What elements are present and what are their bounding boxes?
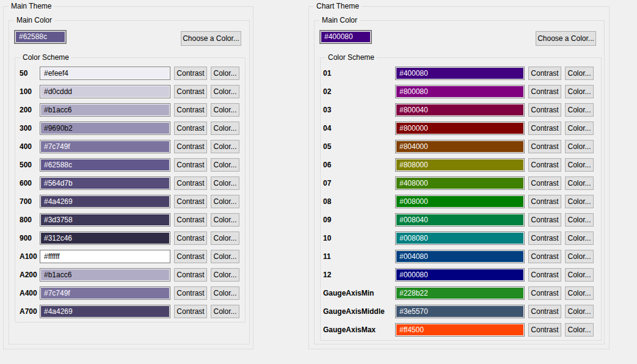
contrast-button[interactable]: Contrast bbox=[174, 195, 207, 208]
scheme-color-field[interactable]: #400080 bbox=[395, 67, 525, 80]
contrast-button[interactable]: Contrast bbox=[528, 158, 561, 172]
contrast-button[interactable]: Contrast bbox=[174, 103, 207, 117]
color-button[interactable]: Color... bbox=[565, 268, 594, 282]
color-button[interactable]: Color... bbox=[211, 286, 239, 300]
contrast-button[interactable]: Contrast bbox=[528, 67, 561, 80]
scheme-row: GaugeAxisMax #ff4500 Contrast Color... bbox=[323, 323, 601, 337]
contrast-button[interactable]: Contrast bbox=[528, 231, 561, 245]
contrast-button[interactable]: Contrast bbox=[174, 177, 207, 190]
contrast-button[interactable]: Contrast bbox=[174, 158, 207, 172]
scheme-color-field[interactable]: #004080 bbox=[395, 250, 525, 263]
color-button[interactable]: Color... bbox=[565, 231, 594, 245]
scheme-color-field[interactable]: #408000 bbox=[395, 177, 525, 190]
scheme-color-field[interactable]: #62588c bbox=[40, 158, 170, 172]
scheme-color-field[interactable]: #ff4500 bbox=[395, 323, 525, 337]
scheme-color-field[interactable]: #7c749f bbox=[40, 286, 170, 300]
color-button[interactable]: Color... bbox=[211, 103, 239, 117]
contrast-button[interactable]: Contrast bbox=[174, 67, 207, 80]
contrast-button[interactable]: Contrast bbox=[528, 286, 561, 300]
color-button[interactable]: Color... bbox=[211, 67, 239, 80]
color-button[interactable]: Color... bbox=[565, 323, 594, 337]
scheme-color-field[interactable]: #800040 bbox=[395, 103, 525, 117]
color-button[interactable]: Color... bbox=[565, 67, 594, 80]
scheme-color-field[interactable]: #800000 bbox=[395, 122, 525, 135]
scheme-color-field[interactable]: #008080 bbox=[395, 231, 525, 245]
contrast-button[interactable]: Contrast bbox=[528, 140, 561, 153]
contrast-button[interactable]: Contrast bbox=[174, 250, 207, 263]
scheme-color-field[interactable]: #008000 bbox=[395, 195, 525, 208]
scheme-color-field[interactable]: #800080 bbox=[395, 85, 525, 98]
contrast-button[interactable]: Contrast bbox=[528, 213, 561, 227]
scheme-color-field[interactable]: #000080 bbox=[395, 268, 525, 282]
contrast-button[interactable]: Contrast bbox=[174, 140, 207, 153]
contrast-button[interactable]: Contrast bbox=[528, 195, 561, 208]
scheme-row: 300 #9690b2 Contrast Color... bbox=[20, 122, 245, 135]
scheme-row: GaugeAxisMin #228b22 Contrast Color... bbox=[323, 286, 601, 300]
scheme-color-field[interactable]: #3e5570 bbox=[395, 305, 525, 318]
scheme-color-field[interactable]: #564d7b bbox=[40, 177, 170, 190]
scheme-row: 700 #4a4269 Contrast Color... bbox=[20, 195, 245, 208]
color-button[interactable]: Color... bbox=[565, 85, 594, 98]
contrast-button[interactable]: Contrast bbox=[528, 250, 561, 263]
scheme-color-field[interactable]: #228b22 bbox=[395, 286, 525, 300]
contrast-button[interactable]: Contrast bbox=[174, 305, 207, 318]
scheme-row-label: A200 bbox=[20, 268, 40, 282]
color-button[interactable]: Color... bbox=[565, 122, 594, 135]
choose-color-button[interactable]: Choose a Color... bbox=[536, 31, 596, 46]
contrast-button[interactable]: Contrast bbox=[174, 268, 207, 282]
color-button[interactable]: Color... bbox=[211, 158, 239, 172]
contrast-button[interactable]: Contrast bbox=[528, 85, 561, 98]
color-button[interactable]: Color... bbox=[211, 268, 239, 282]
color-button[interactable]: Color... bbox=[211, 213, 239, 227]
contrast-button[interactable]: Contrast bbox=[174, 213, 207, 227]
scheme-row: A100 #ffffff Contrast Color... bbox=[20, 250, 245, 263]
color-button[interactable]: Color... bbox=[565, 177, 594, 190]
color-button[interactable]: Color... bbox=[565, 195, 594, 208]
color-button[interactable]: Color... bbox=[211, 195, 239, 208]
color-button[interactable]: Color... bbox=[211, 250, 239, 263]
color-button[interactable]: Color... bbox=[565, 213, 594, 227]
scheme-color-field[interactable]: #3d3758 bbox=[40, 213, 170, 227]
scheme-row: 11 #004080 Contrast Color... bbox=[323, 250, 601, 263]
contrast-button[interactable]: Contrast bbox=[528, 103, 561, 117]
contrast-button[interactable]: Contrast bbox=[528, 122, 561, 135]
scheme-color-field[interactable]: #ffffff bbox=[40, 250, 170, 263]
scheme-color-field[interactable]: #008040 bbox=[395, 213, 525, 227]
color-button[interactable]: Color... bbox=[211, 140, 239, 153]
scheme-row: A200 #b1acc6 Contrast Color... bbox=[20, 268, 245, 282]
contrast-button[interactable]: Contrast bbox=[174, 85, 207, 98]
color-button[interactable]: Color... bbox=[211, 305, 239, 318]
scheme-color-field[interactable]: #b1acc6 bbox=[40, 268, 170, 282]
scheme-color-field[interactable]: #b1acc6 bbox=[40, 103, 170, 117]
color-button[interactable]: Color... bbox=[565, 250, 594, 263]
contrast-button[interactable]: Contrast bbox=[528, 268, 561, 282]
color-button[interactable]: Color... bbox=[565, 305, 594, 318]
contrast-button[interactable]: Contrast bbox=[528, 177, 561, 190]
scheme-color-field[interactable]: #4a4269 bbox=[40, 195, 170, 208]
scheme-color-field[interactable]: #efeef4 bbox=[40, 67, 170, 80]
color-button[interactable]: Color... bbox=[565, 158, 594, 172]
contrast-button[interactable]: Contrast bbox=[528, 305, 561, 318]
scheme-color-field[interactable]: #7c749f bbox=[40, 140, 170, 153]
color-button[interactable]: Color... bbox=[565, 286, 594, 300]
scheme-color-field[interactable]: #808000 bbox=[395, 158, 525, 172]
scheme-color-field[interactable]: #d0cddd bbox=[40, 85, 170, 98]
scheme-color-field[interactable]: #312c46 bbox=[40, 231, 170, 245]
group-title: Chart Theme bbox=[314, 1, 362, 11]
theme-editor-screen: Main Theme Main Color #62588c Choose a C… bbox=[0, 0, 637, 364]
choose-color-button[interactable]: Choose a Color... bbox=[181, 31, 241, 46]
contrast-button[interactable]: Contrast bbox=[174, 231, 207, 245]
scheme-color-field[interactable]: #4a4269 bbox=[40, 305, 170, 318]
contrast-button[interactable]: Contrast bbox=[174, 286, 207, 300]
contrast-button[interactable]: Contrast bbox=[174, 122, 207, 135]
color-button[interactable]: Color... bbox=[565, 140, 594, 153]
color-button[interactable]: Color... bbox=[211, 85, 239, 98]
scheme-color-field[interactable]: #9690b2 bbox=[40, 122, 170, 135]
scheme-color-field[interactable]: #804000 bbox=[395, 140, 525, 153]
contrast-button[interactable]: Contrast bbox=[528, 323, 561, 337]
color-button[interactable]: Color... bbox=[211, 177, 239, 190]
scheme-row: 06 #808000 Contrast Color... bbox=[323, 158, 601, 172]
color-button[interactable]: Color... bbox=[211, 231, 239, 245]
color-button[interactable]: Color... bbox=[565, 103, 594, 117]
color-button[interactable]: Color... bbox=[211, 122, 239, 135]
